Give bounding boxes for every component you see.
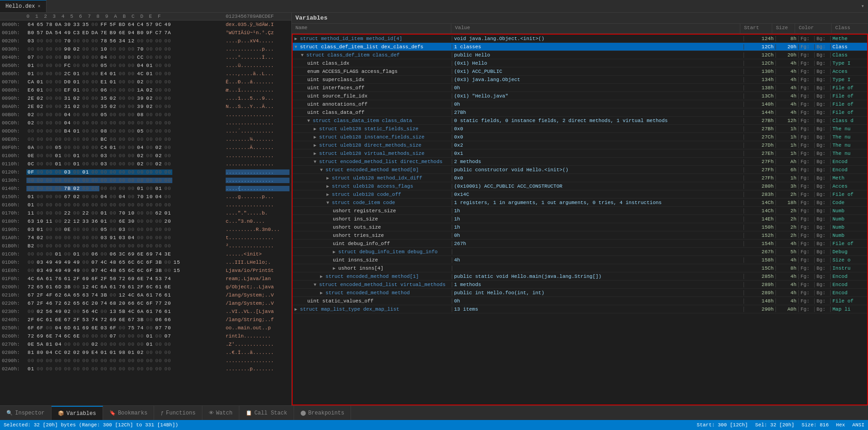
hex-byte[interactable]: 02 xyxy=(72,46,81,52)
hex-byte[interactable]: 00 xyxy=(45,243,54,249)
hex-byte[interactable]: 11 xyxy=(26,210,36,216)
hex-byte[interactable]: 6E xyxy=(163,284,172,290)
hex-byte[interactable]: 00 xyxy=(99,243,108,249)
hex-byte[interactable]: 6F xyxy=(145,268,154,273)
tree-toggle[interactable]: ▶ xyxy=(294,307,300,312)
tree-row[interactable]: ▼ struct class_def_item class_defpublic … xyxy=(293,51,867,59)
hex-byte[interactable]: 6F xyxy=(145,260,154,265)
hex-byte[interactable]: 02 xyxy=(145,87,154,93)
tree-row[interactable]: uint debug_info_off267h154h4hFg:Bg:File … xyxy=(293,240,867,248)
hex-byte[interactable]: 00 xyxy=(45,63,54,68)
hex-byte[interactable]: 4C xyxy=(26,276,36,282)
hex-byte[interactable]: 00 xyxy=(54,227,63,232)
hex-byte[interactable]: 01 xyxy=(54,153,63,159)
hex-byte[interactable]: 00 xyxy=(45,358,54,363)
hex-bytes-cell[interactable]: 00 00 00 01 00 01 00 06 00 06 3C 69 6E 6… xyxy=(26,251,224,257)
hex-byte[interactable]: 00 xyxy=(127,120,136,126)
file-tab[interactable]: Hello.dex × xyxy=(0,0,46,12)
hex-byte[interactable]: 00 xyxy=(45,55,54,60)
hex-byte[interactable]: 65 xyxy=(36,284,45,290)
hex-byte[interactable]: 00 xyxy=(163,260,172,265)
tree-row[interactable]: ushort outs_size1h150h2hFg:Bg:Numb xyxy=(293,223,867,231)
hex-byte[interactable]: 00 xyxy=(145,227,154,232)
hex-byte[interactable]: 6F xyxy=(108,325,118,331)
hex-byte[interactable]: 00 xyxy=(127,366,136,372)
hex-byte[interactable]: 02 xyxy=(154,145,163,150)
hex-byte[interactable]: 00 xyxy=(163,153,172,159)
hex-byte[interactable]: 20 xyxy=(90,301,99,306)
tab-close-button[interactable]: × xyxy=(38,4,41,9)
hex-byte[interactable]: C3 xyxy=(72,30,81,36)
hex-byte[interactable]: 00 xyxy=(63,153,72,159)
hex-byte[interactable]: 33 xyxy=(81,219,90,224)
hex-byte[interactable]: 00 xyxy=(26,268,36,273)
hex-byte[interactable]: 00 xyxy=(54,96,63,101)
hex-byte[interactable]: 00 xyxy=(63,202,72,208)
hex-byte[interactable]: 39 xyxy=(136,104,145,109)
hex-byte[interactable]: 61 xyxy=(127,284,136,290)
hex-byte[interactable]: D0 xyxy=(63,79,72,85)
hex-byte[interactable]: 00 xyxy=(26,137,36,142)
hex-byte[interactable]: 02 xyxy=(145,96,154,101)
hex-byte[interactable]: 49 xyxy=(54,260,63,265)
hex-byte[interactable]: 00 xyxy=(99,186,108,191)
hex-byte[interactable]: DA xyxy=(90,30,99,36)
hex-byte[interactable]: 61 xyxy=(45,317,54,322)
hex-byte[interactable]: 00 xyxy=(145,350,154,355)
hex-byte[interactable]: 04 xyxy=(54,325,63,331)
hex-byte[interactable]: 6C xyxy=(63,333,72,339)
hex-byte[interactable]: 01 xyxy=(72,153,81,159)
hex-byte[interactable]: 00 xyxy=(145,210,154,216)
hex-byte[interactable]: 00 xyxy=(145,79,154,85)
hex-byte[interactable]: 67 xyxy=(26,301,36,306)
hex-byte[interactable]: 01 xyxy=(36,79,45,85)
hex-byte[interactable]: 00 xyxy=(118,161,127,167)
hex-byte[interactable]: B0 xyxy=(26,30,36,36)
hex-bytes-cell[interactable]: 72 65 61 6D 3B 00 12 4C 6A 61 76 61 2F 6… xyxy=(26,284,224,290)
hex-byte[interactable]: 00 xyxy=(45,202,54,208)
hex-byte[interactable]: 2F xyxy=(136,284,145,290)
hex-byte[interactable]: 00 xyxy=(154,235,163,241)
hex-byte[interactable]: 00 xyxy=(81,342,90,347)
hex-byte[interactable]: 00 xyxy=(145,145,154,150)
hex-byte[interactable]: 56 xyxy=(45,309,54,314)
tree-toggle[interactable]: ▼ xyxy=(320,168,326,173)
tree-toggle[interactable]: ▶ xyxy=(314,127,319,132)
tree-row[interactable]: uint interfaces_off0h138h4hFg:Bg:File of xyxy=(293,84,867,92)
hex-byte[interactable]: 00 xyxy=(26,46,36,52)
hex-row[interactable]: 0080h:E6 01 00 00 EF 01 00 00 06 00 00 0… xyxy=(0,86,291,94)
hex-byte[interactable]: 3C xyxy=(118,251,127,257)
tree-row[interactable]: ushort ins_size1h14Eh2hFg:Bg:Numb xyxy=(293,215,867,223)
hex-byte[interactable]: 49 xyxy=(45,268,54,273)
hex-byte[interactable]: 00 xyxy=(108,186,118,191)
hex-byte[interactable]: 00 xyxy=(99,202,108,208)
hex-byte[interactable]: 2E xyxy=(26,104,36,109)
hex-byte[interactable]: 74 xyxy=(136,325,145,331)
hex-byte[interactable]: 74 xyxy=(90,292,99,298)
hex-byte[interactable]: 00 xyxy=(118,333,127,339)
hex-byte[interactable]: 0A xyxy=(26,145,36,150)
hex-byte[interactable]: 00 xyxy=(118,169,127,175)
hex-byte[interactable]: 00 xyxy=(36,194,45,200)
hex-row[interactable]: 00D0h:00 00 00 00 B4 01 00 00 08 00 00 0… xyxy=(0,127,291,135)
hex-byte[interactable]: 00 xyxy=(81,268,90,273)
tree-row[interactable]: ushort tries_size0h152h2hFg:Bg:Numb xyxy=(293,231,867,240)
hex-byte[interactable]: 00 xyxy=(81,87,90,93)
hex-byte[interactable]: 00 xyxy=(36,358,45,363)
tree-row[interactable]: ▶ struct uleb128 direct_methods_size0x22… xyxy=(293,141,867,149)
hex-byte[interactable]: 00 xyxy=(63,235,72,241)
hex-byte[interactable]: 02 xyxy=(136,161,145,167)
bottom-tab-bookmarks[interactable]: 🔖Bookmarks xyxy=(103,406,155,420)
hex-byte[interactable]: 00 xyxy=(108,219,118,224)
hex-byte[interactable]: 12 xyxy=(118,292,127,298)
hex-byte[interactable]: 00 xyxy=(45,87,54,93)
tree-row[interactable]: uint class_data_off27Bh144h4hFg:Bg:File … xyxy=(293,108,867,117)
hex-byte[interactable]: 00 xyxy=(81,358,90,363)
hex-byte[interactable]: 15 xyxy=(172,260,181,265)
hex-byte[interactable]: 00 xyxy=(136,120,145,126)
hex-byte[interactable]: 3B xyxy=(99,292,108,298)
hex-byte[interactable]: 00 xyxy=(63,342,72,347)
hex-byte[interactable]: 2F xyxy=(26,317,36,322)
hex-byte[interactable]: 00 xyxy=(45,137,54,142)
hex-byte[interactable]: 00 xyxy=(127,145,136,150)
